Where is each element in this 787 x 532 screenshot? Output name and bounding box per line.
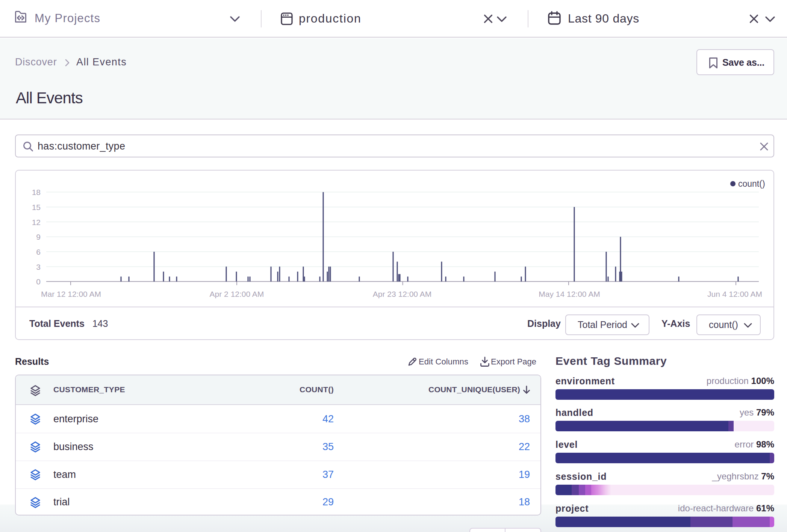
svg-text:9: 9 [36, 233, 41, 241]
svg-text:Apr 23 12:00 AM: Apr 23 12:00 AM [373, 290, 431, 298]
svg-text:count(): count() [738, 179, 765, 189]
svg-text:Mar 12 12:00 AM: Mar 12 12:00 AM [41, 290, 101, 298]
svg-text:6: 6 [36, 248, 41, 256]
svg-text:Apr 2 12:00 AM: Apr 2 12:00 AM [210, 290, 264, 298]
svg-text:0: 0 [36, 277, 41, 286]
svg-text:May 14 12:00 AM: May 14 12:00 AM [539, 290, 600, 298]
svg-text:18: 18 [32, 188, 41, 196]
svg-text:3: 3 [36, 263, 41, 271]
svg-text:15: 15 [32, 203, 41, 212]
svg-text:12: 12 [32, 218, 41, 227]
svg-text:Jun 4 12:00 AM: Jun 4 12:00 AM [707, 290, 762, 298]
